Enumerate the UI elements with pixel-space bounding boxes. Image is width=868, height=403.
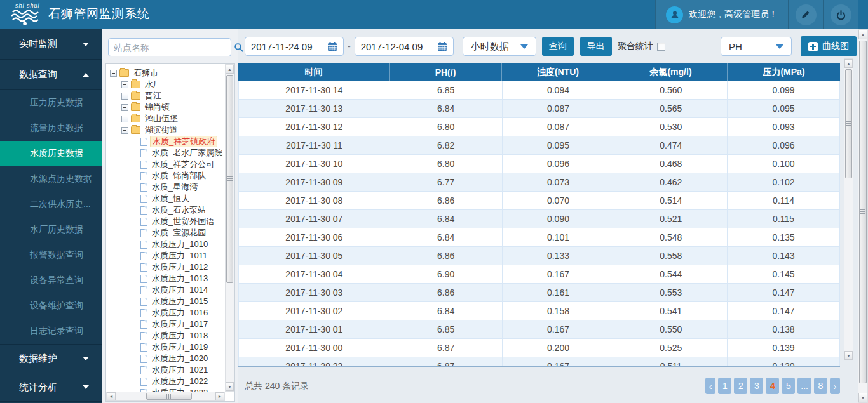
tree-leaf-node[interactable]: 水质_宝源花园 — [106, 227, 225, 239]
sidebar-item-实时监测[interactable]: 实时监测 — [0, 29, 102, 60]
tree-folder-node[interactable]: 石狮市 — [106, 67, 225, 79]
tree-folder-node[interactable]: 鸿山伍堡 — [106, 113, 225, 124]
tree-node-label[interactable]: 水质_锦尚部队 — [150, 171, 208, 181]
export-button[interactable]: 导出 — [580, 37, 612, 56]
tree-leaf-node[interactable]: 水质压力_1019 — [106, 341, 225, 353]
sidebar-subitem-水源点历史数据[interactable]: 水源点历史数据 — [0, 166, 102, 192]
calendar-icon[interactable] — [437, 41, 447, 51]
pagination-page-3[interactable]: 3 — [750, 378, 763, 394]
tree-node-label[interactable]: 水质压力_1019 — [150, 342, 210, 352]
tree-leaf-node[interactable]: 水质压力_1010 — [106, 239, 225, 250]
tree-leaf-node[interactable]: 水质_老水厂家属院 — [106, 147, 225, 159]
tree-node-label[interactable]: 水质_老水厂家属院 — [150, 148, 224, 158]
pagination-page-5[interactable]: 5 — [782, 378, 795, 394]
sidebar-subitem-设备异常查询[interactable]: 设备异常查询 — [0, 268, 102, 293]
tree-leaf-node[interactable]: 水质_恒大 — [106, 193, 225, 204]
tree-node-label[interactable]: 水质_石永泵站 — [150, 205, 208, 215]
tree-leaf-node[interactable]: 水质压力_1017 — [106, 319, 225, 330]
interval-select[interactable]: 小时数据 — [463, 37, 536, 56]
tree-node-label[interactable]: 水质压力_1011 — [150, 251, 209, 261]
scroll-up-arrow-icon[interactable]: ▲ — [858, 30, 867, 39]
table-vertical-scrollbar[interactable]: ▲ ▼ — [844, 58, 853, 360]
tree-leaf-node[interactable]: 水质_锦尚部队 — [106, 170, 225, 182]
expand-toggle-icon[interactable] — [121, 81, 128, 88]
tree-node-label[interactable]: 水质压力_1018 — [150, 331, 210, 341]
scroll-down-arrow-icon[interactable]: ▼ — [858, 393, 867, 402]
query-button[interactable]: 查询 — [542, 37, 574, 56]
tree-leaf-node[interactable]: 水质压力_1015 — [106, 296, 225, 307]
sidebar-subitem-流量历史数据[interactable]: 流量历史数据 — [0, 116, 102, 141]
expand-toggle-icon[interactable] — [121, 93, 128, 100]
expand-toggle-icon[interactable] — [121, 116, 128, 122]
expand-toggle-icon[interactable] — [121, 104, 128, 111]
tree-node-label[interactable]: 水质_祥芝镇政府 — [150, 136, 217, 147]
parameter-select[interactable]: PH — [721, 37, 792, 56]
aggregate-checkbox[interactable] — [657, 43, 665, 51]
tree-leaf-node[interactable]: 水质_祥芝分公司 — [106, 159, 225, 170]
curve-chart-button[interactable]: 曲线图 — [801, 36, 857, 56]
scroll-down-arrow-icon[interactable]: ▼ — [844, 351, 853, 360]
tree-node-label[interactable]: 水质压力_1015 — [150, 296, 210, 307]
expand-toggle-icon[interactable] — [121, 127, 128, 134]
tree-leaf-node[interactable]: 水质压力_1016 — [106, 307, 225, 319]
sidebar-item-数据维护[interactable]: 数据维护 — [0, 345, 102, 373]
scroll-down-arrow-icon[interactable]: ▼ — [226, 382, 234, 391]
pagination-page-2[interactable]: 2 — [734, 378, 747, 394]
expand-toggle-icon[interactable] — [110, 70, 117, 77]
scroll-left-arrow-icon[interactable]: ◄ — [107, 392, 116, 400]
scroll-up-arrow-icon[interactable]: ▲ — [226, 65, 234, 74]
tree-leaf-node[interactable]: 水质压力_1011 — [106, 250, 225, 261]
date-from-input[interactable]: 2017-11-24 09 — [245, 37, 344, 56]
sidebar-item-数据查询[interactable]: 数据查询 — [0, 60, 102, 90]
tree-leaf-node[interactable]: 水质压力_1022 — [106, 376, 225, 387]
tree-node-label[interactable]: 水质压力_1013 — [150, 274, 210, 284]
tree-leaf-node[interactable]: 水质压力_1021 — [106, 364, 225, 376]
tree-folder-node[interactable]: 湖滨街道 — [106, 124, 225, 136]
tree-folder-node[interactable]: 水厂 — [106, 79, 225, 90]
search-input[interactable] — [109, 43, 234, 53]
tree-leaf-node[interactable]: 水质_石永泵站 — [106, 204, 225, 216]
tree-leaf-node[interactable]: 水质_祥芝镇政府 — [106, 136, 225, 147]
tree-node-label[interactable]: 水质_宝源花园 — [150, 228, 208, 238]
pagination-page-8[interactable]: 8 — [814, 378, 827, 394]
sidebar-subitem-压力历史数据[interactable]: 压力历史数据 — [0, 90, 102, 116]
table-scrollbar-thumb[interactable] — [845, 69, 852, 178]
tree-node-label[interactable]: 水质压力_1016 — [150, 308, 210, 318]
tree-folder-node[interactable]: 晋江 — [106, 90, 225, 102]
sidebar-subitem-水质历史数据[interactable]: 水质历史数据 — [0, 141, 102, 166]
sidebar-subitem-设备维护查询[interactable]: 设备维护查询 — [0, 293, 102, 319]
tree-leaf-node[interactable]: 水质压力_1023 — [106, 387, 225, 392]
tree-node-label[interactable]: 水质压力_1012 — [150, 262, 210, 272]
tree-node-label[interactable]: 水质_世贸外国语 — [150, 216, 216, 227]
scroll-up-arrow-icon[interactable]: ▲ — [844, 59, 853, 68]
pagination-page-4[interactable]: 4 — [766, 378, 779, 394]
page-vertical-scrollbar[interactable]: ▲ ▼ — [858, 29, 868, 403]
pencil-edit-button[interactable] — [796, 4, 817, 25]
tree-node-label[interactable]: 水质_祥芝分公司 — [150, 159, 216, 169]
tree-leaf-node[interactable]: 水质压力_1012 — [106, 261, 225, 273]
tree-scrollbar-thumb[interactable] — [226, 75, 233, 283]
tree-node-label[interactable]: 水质_恒大 — [150, 194, 191, 204]
sidebar-subitem-二次供水历史...[interactable]: 二次供水历史... — [0, 192, 102, 217]
tree-node-label[interactable]: 水质_星海湾 — [150, 182, 200, 192]
tree-leaf-node[interactable]: 水质压力_1020 — [106, 353, 225, 364]
page-scrollbar-thumb[interactable] — [859, 41, 867, 383]
tree-leaf-node[interactable]: 水质压力_1013 — [106, 273, 225, 284]
tree-node-label[interactable]: 水质压力_1020 — [150, 353, 210, 364]
tree-vertical-scrollbar[interactable]: ▲ ▼ — [225, 64, 234, 392]
tree-leaf-node[interactable]: 水质压力_1014 — [106, 284, 225, 296]
sidebar-subitem-水厂历史数据[interactable]: 水厂历史数据 — [0, 217, 102, 242]
tree-horizontal-scrollbar[interactable]: ◄ ► — [106, 392, 225, 401]
scroll-right-arrow-icon[interactable]: ► — [215, 392, 224, 400]
tree-folder-node[interactable]: 锦尚镇 — [106, 102, 225, 113]
power-logout-button[interactable] — [831, 4, 851, 25]
sidebar-subitem-报警数据查询[interactable]: 报警数据查询 — [0, 242, 102, 268]
date-to-input[interactable]: 2017-12-04 09 — [355, 37, 454, 56]
pagination-next-button[interactable]: › — [830, 378, 840, 394]
tree-leaf-node[interactable]: 水质_世贸外国语 — [106, 216, 225, 227]
tree-node-label[interactable]: 水质压力_1022 — [150, 376, 210, 386]
sidebar-subitem-日志记录查询[interactable]: 日志记录查询 — [0, 319, 102, 344]
pagination-ellipsis[interactable]: ... — [797, 378, 811, 394]
tree-node-label[interactable]: 水质压力_1010 — [150, 239, 210, 249]
tree-node-label[interactable]: 水质压力_1017 — [150, 319, 210, 329]
